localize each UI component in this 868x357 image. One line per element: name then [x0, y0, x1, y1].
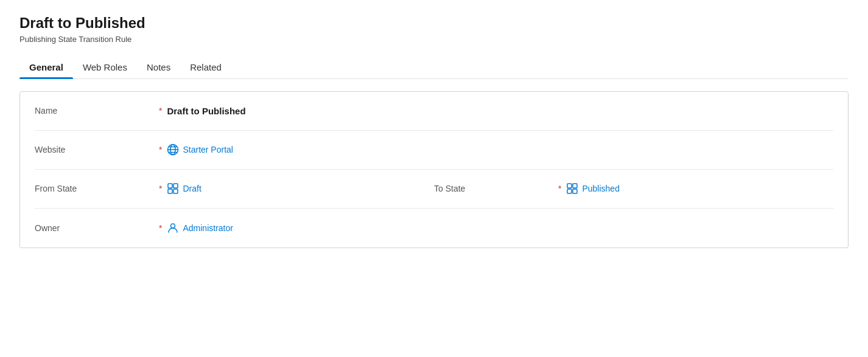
owner-value-container: Administrator — [167, 222, 833, 234]
owner-required-indicator: * — [159, 223, 162, 233]
to-state-text: Published — [582, 184, 620, 193]
website-link[interactable]: Starter Portal — [167, 144, 233, 156]
from-state-required-indicator: * — [159, 184, 162, 193]
tab-general[interactable]: General — [19, 56, 73, 78]
owner-label: Owner — [35, 223, 156, 233]
page-subtitle: Publishing State Transition Rule — [19, 35, 849, 44]
tab-web-roles[interactable]: Web Roles — [73, 56, 137, 78]
page-title: Draft to Published — [19, 15, 849, 32]
to-state-label: To State — [434, 184, 556, 193]
svg-rect-6 — [173, 184, 178, 188]
svg-rect-7 — [168, 189, 172, 193]
from-state-text: Draft — [183, 184, 201, 193]
website-value-container: Starter Portal — [167, 144, 833, 156]
name-required-indicator: * — [159, 106, 162, 116]
to-state-required-indicator: * — [558, 184, 561, 193]
svg-rect-8 — [173, 189, 178, 193]
from-state-link[interactable]: Draft — [167, 182, 201, 195]
name-row: Name * Draft to Published — [35, 92, 833, 131]
svg-rect-10 — [573, 184, 577, 188]
svg-rect-12 — [573, 189, 577, 193]
tab-related[interactable]: Related — [180, 56, 231, 78]
website-row: Website * Starter Portal — [35, 131, 833, 170]
owner-link[interactable]: Administrator — [167, 222, 233, 234]
globe-icon — [167, 144, 179, 156]
form-card: Name * Draft to Published Website * Star… — [19, 91, 849, 248]
website-required-indicator: * — [159, 145, 162, 154]
website-text: Starter Portal — [183, 145, 233, 154]
name-value: Draft to Published — [167, 106, 833, 116]
from-state-puzzle-icon — [167, 182, 179, 195]
svg-rect-9 — [567, 184, 572, 188]
state-row: From State * Draft To State * — [35, 170, 833, 209]
svg-rect-5 — [168, 184, 172, 188]
tab-bar: General Web Roles Notes Related — [19, 56, 849, 79]
person-icon — [167, 222, 179, 234]
to-state-col: To State * Published — [434, 182, 833, 195]
owner-text: Administrator — [183, 223, 233, 233]
tab-notes[interactable]: Notes — [137, 56, 180, 78]
svg-point-13 — [171, 224, 175, 228]
from-state-label: From State — [35, 184, 156, 193]
website-label: Website — [35, 145, 156, 154]
state-split-row: From State * Draft To State * — [35, 182, 833, 195]
from-state-col: From State * Draft — [35, 182, 434, 195]
to-state-puzzle-icon — [566, 182, 578, 195]
owner-row: Owner * Administrator — [35, 209, 833, 248]
svg-rect-11 — [567, 189, 572, 193]
to-state-link[interactable]: Published — [566, 182, 620, 195]
name-label: Name — [35, 106, 156, 116]
